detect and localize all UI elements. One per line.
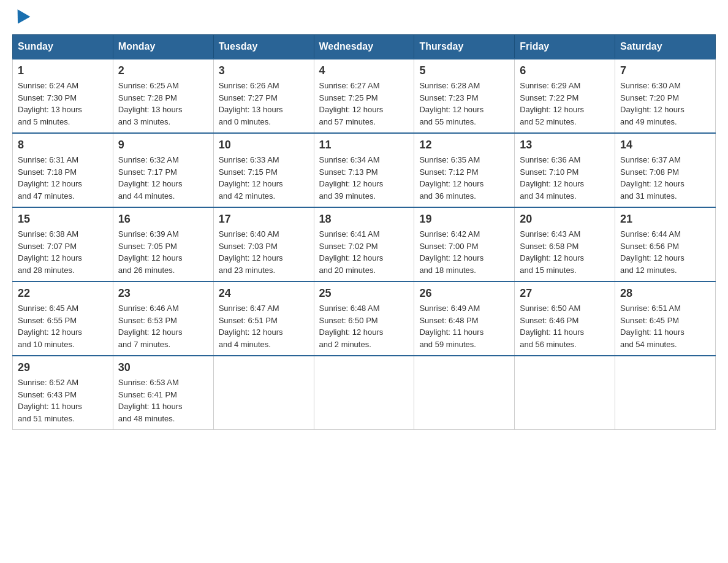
calendar-cell-26: 26Sunrise: 6:49 AMSunset: 6:48 PMDayligh…: [414, 282, 515, 356]
day-number: 2: [118, 64, 208, 77]
day-number: 20: [520, 213, 610, 226]
header-tuesday: Tuesday: [213, 35, 314, 59]
header-monday: Monday: [113, 35, 213, 59]
day-info: Sunrise: 6:48 AMSunset: 6:50 PMDaylight:…: [319, 302, 409, 350]
calendar-cell-30: 30Sunrise: 6:53 AMSunset: 6:41 PMDayligh…: [113, 356, 213, 430]
day-info: Sunrise: 6:31 AMSunset: 7:18 PMDaylight:…: [18, 154, 108, 202]
day-info: Sunrise: 6:43 AMSunset: 6:58 PMDaylight:…: [520, 228, 610, 276]
day-info: Sunrise: 6:25 AMSunset: 7:28 PMDaylight:…: [118, 80, 208, 128]
day-info: Sunrise: 6:49 AMSunset: 6:48 PMDaylight:…: [419, 302, 509, 350]
calendar-cell-4: 4Sunrise: 6:27 AMSunset: 7:25 PMDaylight…: [314, 59, 414, 133]
day-info: Sunrise: 6:45 AMSunset: 6:55 PMDaylight:…: [18, 302, 108, 350]
day-number: 16: [118, 213, 208, 226]
day-number: 4: [319, 64, 409, 77]
logo-triangle-icon: [12, 9, 31, 27]
day-number: 22: [18, 287, 108, 300]
calendar-cell-28: 28Sunrise: 6:51 AMSunset: 6:45 PMDayligh…: [615, 282, 716, 356]
calendar-cell-17: 17Sunrise: 6:40 AMSunset: 7:03 PMDayligh…: [213, 207, 314, 282]
day-number: 8: [18, 139, 108, 151]
day-number: 25: [319, 287, 409, 300]
day-info: Sunrise: 6:37 AMSunset: 7:08 PMDaylight:…: [620, 154, 710, 202]
day-info: Sunrise: 6:28 AMSunset: 7:23 PMDaylight:…: [419, 80, 509, 128]
calendar-cell-5: 5Sunrise: 6:28 AMSunset: 7:23 PMDaylight…: [414, 59, 515, 133]
day-info: Sunrise: 6:29 AMSunset: 7:22 PMDaylight:…: [520, 80, 610, 128]
day-number: 28: [620, 287, 710, 300]
day-info: Sunrise: 6:24 AMSunset: 7:30 PMDaylight:…: [18, 80, 108, 128]
day-number: 12: [419, 139, 509, 151]
day-number: 24: [219, 287, 309, 300]
day-info: Sunrise: 6:36 AMSunset: 7:10 PMDaylight:…: [520, 154, 610, 202]
calendar-cell-12: 12Sunrise: 6:35 AMSunset: 7:12 PMDayligh…: [414, 133, 515, 207]
calendar-cell-33: [414, 356, 515, 430]
day-number: 1: [18, 64, 108, 77]
day-number: 17: [219, 213, 309, 226]
calendar-cell-35: [615, 356, 716, 430]
day-info: Sunrise: 6:35 AMSunset: 7:12 PMDaylight:…: [419, 154, 509, 202]
calendar-cell-27: 27Sunrise: 6:50 AMSunset: 6:46 PMDayligh…: [515, 282, 615, 356]
day-number: 19: [419, 213, 509, 226]
day-info: Sunrise: 6:38 AMSunset: 7:07 PMDaylight:…: [18, 228, 108, 276]
day-number: 15: [18, 213, 108, 226]
day-info: Sunrise: 6:39 AMSunset: 7:05 PMDaylight:…: [118, 228, 208, 276]
calendar-cell-15: 15Sunrise: 6:38 AMSunset: 7:07 PMDayligh…: [13, 207, 113, 282]
day-info: Sunrise: 6:53 AMSunset: 6:41 PMDaylight:…: [118, 377, 208, 424]
day-number: 3: [219, 64, 309, 77]
calendar-cell-19: 19Sunrise: 6:42 AMSunset: 7:00 PMDayligh…: [414, 207, 515, 282]
calendar-cell-18: 18Sunrise: 6:41 AMSunset: 7:02 PMDayligh…: [314, 207, 414, 282]
calendar-cell-6: 6Sunrise: 6:29 AMSunset: 7:22 PMDaylight…: [515, 59, 615, 133]
day-number: 6: [520, 64, 610, 77]
header-thursday: Thursday: [414, 35, 515, 59]
calendar-cell-20: 20Sunrise: 6:43 AMSunset: 6:58 PMDayligh…: [515, 207, 615, 282]
logo: [12, 12, 28, 22]
day-info: Sunrise: 6:27 AMSunset: 7:25 PMDaylight:…: [319, 80, 409, 128]
header-saturday: Saturday: [615, 35, 716, 59]
calendar-cell-23: 23Sunrise: 6:46 AMSunset: 6:53 PMDayligh…: [113, 282, 213, 356]
calendar-cell-3: 3Sunrise: 6:26 AMSunset: 7:27 PMDaylight…: [213, 59, 314, 133]
day-number: 9: [118, 139, 208, 151]
calendar-cell-2: 2Sunrise: 6:25 AMSunset: 7:28 PMDaylight…: [113, 59, 213, 133]
calendar-cell-9: 9Sunrise: 6:32 AMSunset: 7:17 PMDaylight…: [113, 133, 213, 207]
day-number: 23: [118, 287, 208, 300]
day-number: 30: [118, 361, 208, 374]
day-info: Sunrise: 6:51 AMSunset: 6:45 PMDaylight:…: [620, 302, 710, 350]
calendar-cell-24: 24Sunrise: 6:47 AMSunset: 6:51 PMDayligh…: [213, 282, 314, 356]
calendar-table: Sunday Monday Tuesday Wednesday Thursday…: [12, 34, 716, 430]
day-number: 11: [319, 139, 409, 151]
day-info: Sunrise: 6:30 AMSunset: 7:20 PMDaylight:…: [620, 80, 710, 128]
day-info: Sunrise: 6:26 AMSunset: 7:27 PMDaylight:…: [219, 80, 309, 128]
week-row-2: 8Sunrise: 6:31 AMSunset: 7:18 PMDaylight…: [13, 133, 716, 207]
header-wednesday: Wednesday: [314, 35, 414, 59]
calendar-cell-34: [515, 356, 615, 430]
day-info: Sunrise: 6:44 AMSunset: 6:56 PMDaylight:…: [620, 228, 710, 276]
day-info: Sunrise: 6:32 AMSunset: 7:17 PMDaylight:…: [118, 154, 208, 202]
day-number: 27: [520, 287, 610, 300]
day-info: Sunrise: 6:34 AMSunset: 7:13 PMDaylight:…: [319, 154, 409, 202]
day-number: 10: [219, 139, 309, 151]
week-row-3: 15Sunrise: 6:38 AMSunset: 7:07 PMDayligh…: [13, 207, 716, 282]
calendar-cell-13: 13Sunrise: 6:36 AMSunset: 7:10 PMDayligh…: [515, 133, 615, 207]
calendar-cell-25: 25Sunrise: 6:48 AMSunset: 6:50 PMDayligh…: [314, 282, 414, 356]
day-info: Sunrise: 6:46 AMSunset: 6:53 PMDaylight:…: [118, 302, 208, 350]
calendar-cell-11: 11Sunrise: 6:34 AMSunset: 7:13 PMDayligh…: [314, 133, 414, 207]
day-number: 29: [18, 361, 108, 374]
calendar-cell-14: 14Sunrise: 6:37 AMSunset: 7:08 PMDayligh…: [615, 133, 716, 207]
day-info: Sunrise: 6:40 AMSunset: 7:03 PMDaylight:…: [219, 228, 309, 276]
day-info: Sunrise: 6:52 AMSunset: 6:43 PMDaylight:…: [18, 377, 108, 424]
day-info: Sunrise: 6:42 AMSunset: 7:00 PMDaylight:…: [419, 228, 509, 276]
calendar-cell-22: 22Sunrise: 6:45 AMSunset: 6:55 PMDayligh…: [13, 282, 113, 356]
day-number: 21: [620, 213, 710, 226]
day-number: 18: [319, 213, 409, 226]
day-info: Sunrise: 6:33 AMSunset: 7:15 PMDaylight:…: [219, 154, 309, 202]
calendar-cell-1: 1Sunrise: 6:24 AMSunset: 7:30 PMDaylight…: [13, 59, 113, 133]
week-row-5: 29Sunrise: 6:52 AMSunset: 6:43 PMDayligh…: [13, 356, 716, 430]
calendar-cell-10: 10Sunrise: 6:33 AMSunset: 7:15 PMDayligh…: [213, 133, 314, 207]
page-header: [12, 12, 716, 22]
calendar-cell-21: 21Sunrise: 6:44 AMSunset: 6:56 PMDayligh…: [615, 207, 716, 282]
header-sunday: Sunday: [13, 35, 113, 59]
calendar-cell-8: 8Sunrise: 6:31 AMSunset: 7:18 PMDaylight…: [13, 133, 113, 207]
week-row-4: 22Sunrise: 6:45 AMSunset: 6:55 PMDayligh…: [13, 282, 716, 356]
day-info: Sunrise: 6:50 AMSunset: 6:46 PMDaylight:…: [520, 302, 610, 350]
calendar-cell-32: [314, 356, 414, 430]
day-number: 5: [419, 64, 509, 77]
header-row: Sunday Monday Tuesday Wednesday Thursday…: [13, 35, 716, 59]
